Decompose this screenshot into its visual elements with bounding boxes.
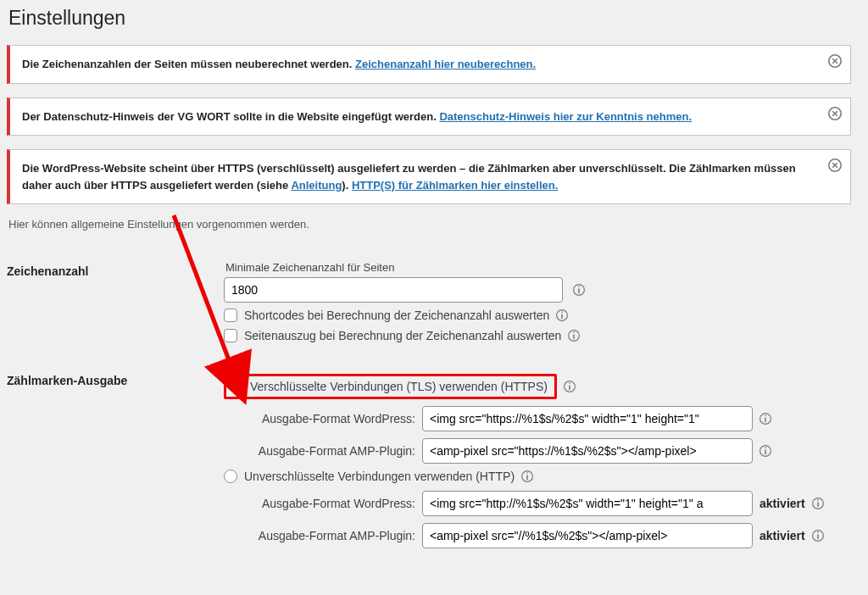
notice-text: Die Zeichenanzahlen der Seiten müssen ne… — [22, 58, 355, 70]
notice-link-anleitung[interactable]: Anleitung — [291, 179, 342, 192]
page-description: Hier können allgemeine Einstellungen vor… — [8, 218, 851, 231]
notice-charcount: Die Zeichenanzahlen der Seiten müssen ne… — [7, 45, 851, 84]
notice-link-recalc[interactable]: Zeichenanzahl hier neuberechnen. — [355, 58, 536, 70]
format-amp-https-input[interactable] — [422, 438, 753, 464]
format-wp-http-input[interactable] — [422, 491, 753, 516]
notice-link-privacy[interactable]: Datenschutz-Hinweis hier zur Kenntnis ne… — [439, 110, 692, 123]
info-icon[interactable] — [562, 379, 577, 394]
notice-https: Die WordPress-Website scheint über HTTPS… — [7, 149, 851, 204]
page-title: Einstellungen — [8, 7, 851, 30]
format-wp-https-input[interactable] — [422, 406, 753, 431]
radio-http[interactable] — [224, 470, 237, 483]
checkbox-shortcodes[interactable] — [224, 309, 237, 322]
radio-https[interactable] — [230, 380, 243, 393]
radio-label: Verschlüsselte Verbindungen (TLS) verwen… — [250, 380, 548, 393]
format-amp-http-input[interactable] — [422, 523, 753, 548]
format-wp-label: Ausgabe-Format WordPress: — [242, 497, 422, 510]
close-icon[interactable] — [828, 107, 842, 123]
format-amp-label: Ausgabe-Format AMP-Plugin: — [242, 444, 422, 458]
notice-text: ). — [342, 179, 352, 192]
checkbox-label: Shortcodes bei Berechnung der Zeichenanz… — [244, 309, 549, 322]
status-active: aktiviert — [760, 529, 805, 542]
info-icon[interactable] — [810, 528, 826, 543]
info-icon[interactable] — [758, 443, 773, 459]
close-icon[interactable] — [828, 158, 842, 175]
status-active: aktiviert — [760, 497, 805, 510]
info-icon[interactable] — [566, 328, 581, 343]
highlight-box: Verschlüsselte Verbindungen (TLS) verwen… — [224, 374, 557, 399]
format-wp-label: Ausgabe-Format WordPress: — [242, 412, 422, 425]
section-heading-chars: Zeichenanzahl — [7, 249, 224, 359]
notice-privacy: Der Datenschutz-Hinweis der VG WORT soll… — [7, 97, 851, 136]
checkbox-label: Seitenauszug bei Berechnung der Zeichena… — [244, 329, 561, 342]
close-icon[interactable] — [828, 54, 842, 70]
info-icon[interactable] — [520, 469, 535, 484]
min-chars-input[interactable] — [224, 277, 563, 303]
format-amp-label: Ausgabe-Format AMP-Plugin: — [242, 529, 422, 542]
info-icon[interactable] — [758, 411, 773, 426]
checkbox-excerpt[interactable] — [224, 329, 237, 342]
info-icon[interactable] — [554, 308, 570, 323]
min-chars-label: Minimale Zeichenanzahl für Seiten — [225, 261, 843, 274]
notice-text: Der Datenschutz-Hinweis der VG WORT soll… — [22, 110, 439, 123]
notice-link-https-setting[interactable]: HTTP(S) für Zählmarken hier einstellen. — [352, 179, 558, 192]
info-icon[interactable] — [571, 282, 587, 298]
info-icon[interactable] — [810, 496, 826, 511]
radio-label: Unverschlüsselte Verbindungen verwenden … — [244, 470, 515, 483]
section-heading-output: Zählmarken-Ausgabe — [7, 359, 224, 565]
